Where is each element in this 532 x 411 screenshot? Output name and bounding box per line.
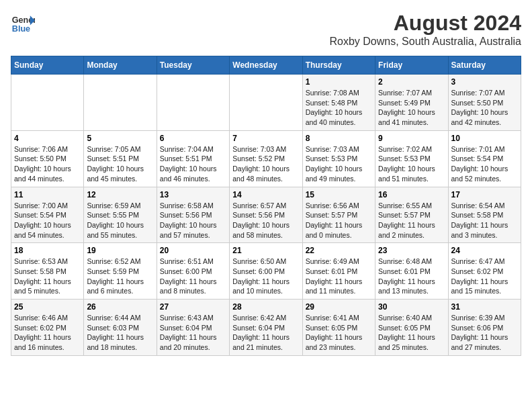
calendar-cell: 23Sunrise: 6:48 AMSunset: 6:01 PMDayligh…	[375, 243, 448, 300]
day-header-tuesday: Tuesday	[157, 56, 229, 75]
calendar-cell: 22Sunrise: 6:49 AMSunset: 6:01 PMDayligh…	[302, 243, 375, 300]
day-number: 22	[306, 246, 372, 255]
title-block: August 2024 Roxby Downs, South Australia…	[330, 11, 521, 48]
calendar-cell: 25Sunrise: 6:46 AMSunset: 6:02 PMDayligh…	[11, 300, 84, 356]
day-info: Sunrise: 6:55 AMSunset: 5:57 PMDaylight:…	[378, 201, 445, 240]
day-number: 10	[451, 134, 518, 143]
day-info: Sunrise: 6:40 AMSunset: 6:05 PMDaylight:…	[378, 313, 445, 353]
calendar-cell: 12Sunrise: 6:59 AMSunset: 5:55 PMDayligh…	[84, 187, 157, 243]
calendar-cell	[230, 75, 302, 131]
calendar-cell: 28Sunrise: 6:42 AMSunset: 6:04 PMDayligh…	[230, 300, 302, 356]
calendar-cell: 19Sunrise: 6:52 AMSunset: 5:59 PMDayligh…	[84, 243, 157, 300]
calendar-cell: 10Sunrise: 7:01 AMSunset: 5:54 PMDayligh…	[448, 130, 521, 187]
calendar-cell: 8Sunrise: 7:03 AMSunset: 5:53 PMDaylight…	[302, 130, 375, 187]
calendar-week-row: 11Sunrise: 7:00 AMSunset: 5:54 PMDayligh…	[11, 187, 521, 243]
day-number: 31	[451, 302, 518, 312]
calendar-header-row: SundayMondayTuesdayWednesdayThursdayFrid…	[11, 56, 521, 75]
day-header-thursday: Thursday	[302, 56, 375, 75]
day-number: 2	[378, 77, 445, 87]
day-header-friday: Friday	[375, 56, 448, 75]
logo-icon: General Blue	[11, 11, 35, 35]
page-subtitle: Roxby Downs, South Australia, Australia	[330, 36, 521, 48]
day-info: Sunrise: 7:00 AMSunset: 5:54 PMDaylight:…	[14, 201, 81, 240]
calendar-cell: 31Sunrise: 6:39 AMSunset: 6:06 PMDayligh…	[448, 300, 521, 356]
day-info: Sunrise: 6:57 AMSunset: 5:56 PMDaylight:…	[232, 201, 299, 240]
day-number: 17	[451, 190, 518, 199]
calendar-cell: 9Sunrise: 7:02 AMSunset: 5:53 PMDaylight…	[375, 130, 448, 187]
calendar-cell	[157, 75, 229, 131]
day-number: 26	[87, 302, 153, 312]
day-info: Sunrise: 6:49 AMSunset: 6:01 PMDaylight:…	[306, 257, 372, 296]
day-number: 11	[14, 190, 81, 199]
day-number: 23	[378, 246, 445, 255]
page-header: General Blue August 2024 Roxby Downs, So…	[11, 11, 521, 48]
day-info: Sunrise: 6:51 AMSunset: 6:00 PMDaylight:…	[160, 257, 226, 296]
calendar-cell: 21Sunrise: 6:50 AMSunset: 6:00 PMDayligh…	[230, 243, 302, 300]
day-number: 16	[378, 190, 445, 199]
day-number: 14	[232, 190, 299, 199]
calendar-cell	[11, 75, 84, 131]
day-number: 6	[160, 134, 226, 143]
day-number: 15	[306, 190, 372, 199]
day-info: Sunrise: 6:59 AMSunset: 5:55 PMDaylight:…	[87, 201, 153, 240]
day-number: 21	[232, 246, 299, 255]
day-number: 25	[14, 302, 81, 312]
calendar-cell: 16Sunrise: 6:55 AMSunset: 5:57 PMDayligh…	[375, 187, 448, 243]
day-number: 8	[306, 134, 372, 143]
calendar-cell: 15Sunrise: 6:56 AMSunset: 5:57 PMDayligh…	[302, 187, 375, 243]
calendar-cell: 29Sunrise: 6:41 AMSunset: 6:05 PMDayligh…	[302, 300, 375, 356]
day-number: 20	[160, 246, 226, 255]
day-number: 19	[87, 246, 153, 255]
day-info: Sunrise: 7:03 AMSunset: 5:53 PMDaylight:…	[306, 144, 372, 184]
calendar-cell: 13Sunrise: 6:58 AMSunset: 5:56 PMDayligh…	[157, 187, 229, 243]
day-info: Sunrise: 6:50 AMSunset: 6:00 PMDaylight:…	[232, 257, 299, 296]
calendar-week-row: 4Sunrise: 7:06 AMSunset: 5:50 PMDaylight…	[11, 130, 521, 187]
calendar-week-row: 1Sunrise: 7:08 AMSunset: 5:48 PMDaylight…	[11, 75, 521, 131]
day-info: Sunrise: 6:43 AMSunset: 6:04 PMDaylight:…	[160, 313, 226, 353]
day-info: Sunrise: 6:42 AMSunset: 6:04 PMDaylight:…	[232, 313, 299, 353]
day-info: Sunrise: 7:08 AMSunset: 5:48 PMDaylight:…	[306, 88, 372, 128]
day-number: 7	[232, 134, 299, 143]
day-number: 1	[306, 77, 372, 87]
day-info: Sunrise: 6:48 AMSunset: 6:01 PMDaylight:…	[378, 257, 445, 296]
day-number: 24	[451, 246, 518, 255]
calendar-cell: 27Sunrise: 6:43 AMSunset: 6:04 PMDayligh…	[157, 300, 229, 356]
day-info: Sunrise: 6:52 AMSunset: 5:59 PMDaylight:…	[87, 257, 153, 296]
day-info: Sunrise: 6:39 AMSunset: 6:06 PMDaylight:…	[451, 313, 518, 353]
day-info: Sunrise: 6:53 AMSunset: 5:58 PMDaylight:…	[14, 257, 81, 296]
day-info: Sunrise: 7:07 AMSunset: 5:50 PMDaylight:…	[451, 88, 518, 128]
calendar-cell: 7Sunrise: 7:03 AMSunset: 5:52 PMDaylight…	[230, 130, 302, 187]
day-number: 30	[378, 302, 445, 312]
day-number: 18	[14, 246, 81, 255]
day-info: Sunrise: 7:05 AMSunset: 5:51 PMDaylight:…	[87, 144, 153, 184]
day-info: Sunrise: 6:58 AMSunset: 5:56 PMDaylight:…	[160, 201, 226, 240]
calendar-cell: 4Sunrise: 7:06 AMSunset: 5:50 PMDaylight…	[11, 130, 84, 187]
day-info: Sunrise: 6:46 AMSunset: 6:02 PMDaylight:…	[14, 313, 81, 353]
calendar-cell: 14Sunrise: 6:57 AMSunset: 5:56 PMDayligh…	[230, 187, 302, 243]
calendar-cell: 5Sunrise: 7:05 AMSunset: 5:51 PMDaylight…	[84, 130, 157, 187]
calendar-cell: 6Sunrise: 7:04 AMSunset: 5:51 PMDaylight…	[157, 130, 229, 187]
calendar-cell: 18Sunrise: 6:53 AMSunset: 5:58 PMDayligh…	[11, 243, 84, 300]
calendar-week-row: 18Sunrise: 6:53 AMSunset: 5:58 PMDayligh…	[11, 243, 521, 300]
day-number: 5	[87, 134, 153, 143]
day-header-monday: Monday	[84, 56, 157, 75]
day-info: Sunrise: 6:56 AMSunset: 5:57 PMDaylight:…	[306, 201, 372, 240]
calendar-cell: 24Sunrise: 6:47 AMSunset: 6:02 PMDayligh…	[448, 243, 521, 300]
calendar-cell: 1Sunrise: 7:08 AMSunset: 5:48 PMDaylight…	[302, 75, 375, 131]
day-info: Sunrise: 6:47 AMSunset: 6:02 PMDaylight:…	[451, 257, 518, 296]
day-number: 27	[160, 302, 226, 312]
day-number: 3	[451, 77, 518, 87]
day-number: 29	[306, 302, 372, 312]
day-info: Sunrise: 7:02 AMSunset: 5:53 PMDaylight:…	[378, 144, 445, 184]
day-header-wednesday: Wednesday	[230, 56, 302, 75]
calendar-table: SundayMondayTuesdayWednesdayThursdayFrid…	[11, 56, 521, 356]
day-number: 12	[87, 190, 153, 199]
day-number: 13	[160, 190, 226, 199]
day-info: Sunrise: 7:03 AMSunset: 5:52 PMDaylight:…	[232, 144, 299, 184]
calendar-cell: 17Sunrise: 6:54 AMSunset: 5:58 PMDayligh…	[448, 187, 521, 243]
day-number: 9	[378, 134, 445, 143]
day-info: Sunrise: 7:07 AMSunset: 5:49 PMDaylight:…	[378, 88, 445, 128]
day-info: Sunrise: 6:54 AMSunset: 5:58 PMDaylight:…	[451, 201, 518, 240]
day-header-saturday: Saturday	[448, 56, 521, 75]
day-header-sunday: Sunday	[11, 56, 84, 75]
